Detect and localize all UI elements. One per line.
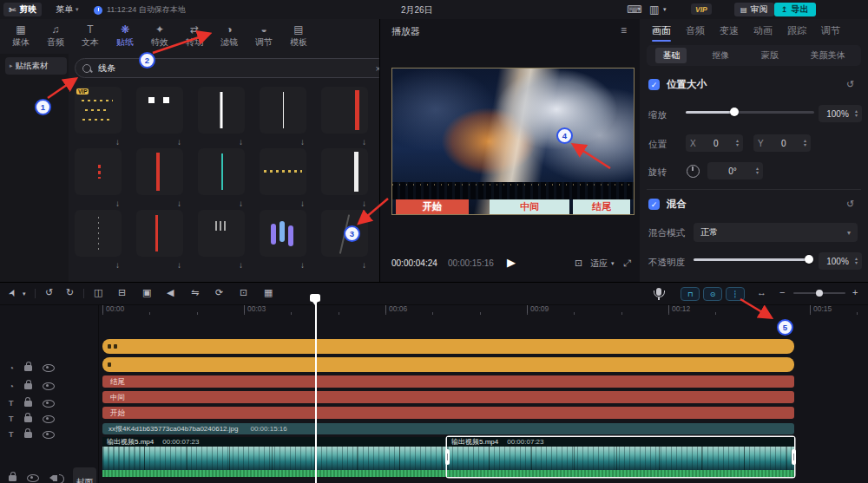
overlay-text-middle[interactable]: 中间: [490, 199, 569, 214]
tab-audio-props[interactable]: 音频: [686, 24, 705, 37]
trim-handle-right[interactable]: [792, 449, 796, 465]
playhead-line[interactable]: [315, 299, 317, 483]
player-menu-icon[interactable]: ≡: [621, 24, 627, 36]
download-icon[interactable]: ↓: [115, 260, 120, 270]
tab-sticker[interactable]: ❋贴纸: [108, 19, 142, 54]
tab-adjustment[interactable]: 调节: [821, 24, 840, 37]
sticker-tile[interactable]: ↓: [198, 210, 245, 257]
record-audio-icon[interactable]: [656, 288, 661, 296]
split-icon[interactable]: ◫: [94, 287, 102, 298]
review-button[interactable]: ▤ 审阅: [734, 3, 774, 16]
sticker-tile[interactable]: ↓: [136, 148, 183, 195]
sidebar-item-sticker-material[interactable]: ▸ 贴纸素材: [5, 57, 67, 75]
download-icon[interactable]: ↓: [362, 260, 366, 270]
video-preview[interactable]: 开始 中间 结尾: [391, 68, 635, 215]
tab-effect[interactable]: ✦特效: [142, 19, 177, 54]
download-icon[interactable]: ↓: [115, 199, 120, 208]
position-size-checkbox[interactable]: ✓: [648, 79, 660, 90]
layout-icon[interactable]: ▥: [649, 3, 659, 16]
snapshot-icon[interactable]: ⊡: [575, 258, 582, 269]
link-toggle[interactable]: ⊙: [703, 287, 722, 301]
opacity-value-box[interactable]: 100% ▴▾: [819, 252, 862, 270]
app-logo[interactable]: ✄ 剪映: [3, 3, 42, 16]
tab-adjust[interactable]: ◒调节: [247, 19, 281, 54]
select-tool-caret-icon[interactable]: ▾: [23, 290, 26, 297]
tab-animation[interactable]: 动画: [753, 24, 773, 37]
eye-icon[interactable]: [43, 364, 55, 372]
delete-icon[interactable]: ⊟: [118, 287, 126, 298]
sticker-track-clip-1[interactable]: [102, 339, 794, 354]
eye-icon[interactable]: [43, 431, 55, 439]
image-track-clip[interactable]: xx报4K4d1b635773ca04b7ba0240612.jpg 00:00…: [102, 423, 794, 434]
tab-template[interactable]: ▤模板: [281, 19, 316, 54]
sticker-tile[interactable]: ↓: [75, 148, 122, 195]
sticker-tile[interactable]: ↓: [75, 210, 122, 257]
opacity-slider[interactable]: [694, 255, 813, 264]
timeline-ruler[interactable]: 00:00 00:03 00:06 00:09 00:12 00:15: [98, 304, 868, 317]
blend-mode-select[interactable]: 正常 ▾: [694, 223, 858, 242]
sticker-tile[interactable]: ↓: [260, 87, 306, 134]
overlay-text-end[interactable]: 结尾: [573, 199, 630, 214]
tab-text[interactable]: T文本: [73, 19, 108, 54]
sticker-tile[interactable]: ↓: [321, 148, 368, 195]
subtab-cutout[interactable]: 抠像: [705, 48, 736, 63]
download-icon[interactable]: ↓: [239, 137, 243, 147]
zoom-in-icon[interactable]: +: [852, 287, 858, 297]
download-icon[interactable]: ↓: [239, 260, 243, 270]
layout-caret-icon[interactable]: ▾: [663, 6, 667, 13]
download-icon[interactable]: ↓: [362, 199, 366, 208]
undo-icon[interactable]: ↺: [45, 287, 53, 298]
slider-knob[interactable]: [805, 255, 813, 264]
tab-media[interactable]: ▦媒体: [3, 19, 38, 54]
stepper-down-icon[interactable]: ▾: [756, 171, 759, 175]
video-clip-2-selected[interactable]: 输出视频5.mp4 00:00:07:23: [447, 437, 794, 477]
eye-icon[interactable]: [43, 400, 55, 408]
subtab-beauty[interactable]: 美颜美体: [804, 48, 852, 63]
rotate-value-box[interactable]: 0° ▴▾: [707, 162, 763, 179]
scale-value-box[interactable]: 100% ▴▾: [819, 105, 862, 122]
sticker-tile[interactable]: ↓: [136, 210, 183, 257]
preview-axis-toggle[interactable]: ┆: [726, 287, 745, 301]
crop-icon[interactable]: ⊡: [240, 287, 247, 298]
eye-icon[interactable]: [27, 474, 39, 482]
download-icon[interactable]: ↓: [300, 260, 305, 270]
stepper-down-icon[interactable]: ▾: [736, 143, 739, 147]
tab-tracking[interactable]: 跟踪: [787, 24, 806, 37]
download-icon[interactable]: ↓: [239, 199, 243, 208]
lock-icon[interactable]: [24, 383, 32, 389]
video-clip-1[interactable]: 输出视频5.mp4 00:00:07:23: [102, 437, 447, 477]
play-button[interactable]: ▶: [507, 256, 516, 269]
stepper-down-icon[interactable]: ▾: [804, 143, 806, 147]
tab-picture[interactable]: 画面: [652, 24, 671, 37]
lock-icon[interactable]: [24, 401, 32, 407]
select-tool-icon[interactable]: ➤: [9, 287, 16, 298]
speaker-icon[interactable]: [53, 475, 57, 481]
fit-mode-dropdown[interactable]: 适应: [590, 258, 608, 270]
zoom-out-icon[interactable]: −: [779, 287, 785, 297]
download-icon[interactable]: ↓: [300, 199, 305, 208]
download-icon[interactable]: ↓: [300, 137, 305, 147]
tab-audio[interactable]: ♫音频: [38, 19, 73, 54]
stepper-down-icon[interactable]: ▾: [855, 114, 858, 118]
magnet-toggle[interactable]: ⊓: [681, 287, 700, 301]
timeline-zoom-slider[interactable]: [793, 292, 845, 294]
reset-blend-icon[interactable]: ↺: [846, 199, 854, 210]
rotate-dial-icon[interactable]: [687, 165, 700, 178]
lock-icon[interactable]: [9, 475, 16, 481]
overlay-icon[interactable]: ▦: [264, 287, 273, 298]
zoom-slider-knob[interactable]: [816, 290, 823, 297]
text-clip-start[interactable]: 开始: [102, 407, 794, 419]
freeze-frame-icon[interactable]: ▣: [142, 287, 151, 298]
sticker-tile[interactable]: ↓: [198, 87, 245, 134]
export-button[interactable]: ↥ 导出: [774, 3, 816, 16]
reset-position-size-icon[interactable]: ↺: [846, 79, 854, 90]
keyboard-shortcuts-icon[interactable]: ⌨: [627, 3, 641, 16]
sticker-tile[interactable]: ↓: [198, 148, 245, 195]
position-y-box[interactable]: Y 0 ▴▾: [753, 134, 811, 152]
mirror-icon[interactable]: ⇋: [191, 287, 199, 298]
reverse-icon[interactable]: ◀: [167, 287, 174, 298]
trim-handle-left[interactable]: [445, 449, 450, 465]
overlay-text-start[interactable]: 开始: [396, 199, 469, 214]
blend-checkbox[interactable]: ✓: [648, 199, 660, 210]
subtab-mask[interactable]: 蒙版: [754, 48, 786, 63]
